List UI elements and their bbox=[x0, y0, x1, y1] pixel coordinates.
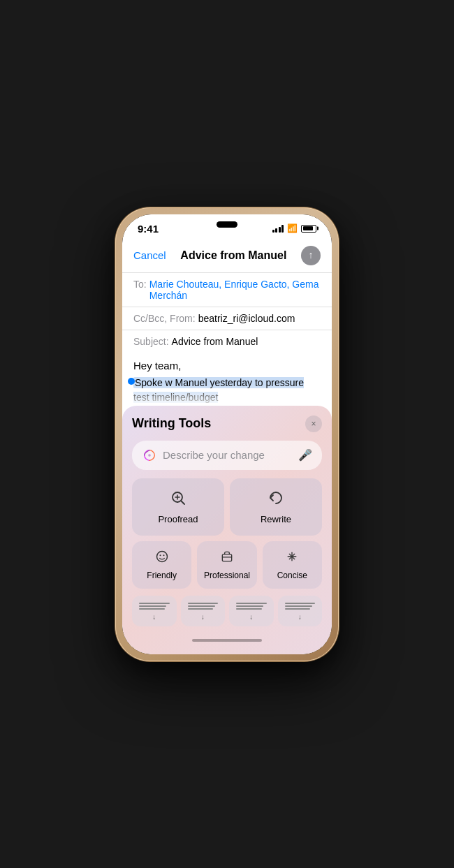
text-tool-arrow-4: ↓ bbox=[298, 613, 302, 621]
tools-grid-top: Proofread Rewrite bbox=[132, 478, 322, 536]
compose-header: Cancel Advice from Manuel ↑ bbox=[122, 239, 332, 273]
text-tool-card-4[interactable]: ↓ bbox=[278, 596, 323, 626]
text-tools-row: ↓ ↓ bbox=[132, 596, 322, 626]
dynamic-island bbox=[217, 221, 237, 228]
professional-icon bbox=[220, 550, 234, 567]
writing-tools-panel: Writing Tools × bbox=[122, 406, 332, 654]
signal-icon bbox=[272, 225, 284, 233]
text-tool-card-1[interactable]: ↓ bbox=[132, 596, 177, 626]
home-indicator bbox=[132, 633, 322, 647]
rewrite-label: Rewrite bbox=[261, 514, 291, 524]
concise-icon bbox=[285, 550, 299, 567]
screen: 9:41 📶 Cancel Advice from Manuel bbox=[122, 214, 332, 654]
phone-screen-container: 9:41 📶 Cancel Advice from Manuel bbox=[122, 214, 332, 654]
rewrite-button[interactable]: Rewrite bbox=[230, 478, 322, 536]
text-tool-arrow-2: ↓ bbox=[201, 613, 205, 621]
panel-title: Writing Tools bbox=[132, 416, 211, 431]
friendly-label: Friendly bbox=[147, 571, 177, 580]
selection-handle bbox=[128, 378, 135, 385]
svg-point-6 bbox=[156, 551, 167, 561]
concise-button[interactable]: Concise bbox=[263, 541, 322, 589]
email-body[interactable]: Hey team, Spoke w Manuel yesterday to pr… bbox=[122, 353, 332, 406]
cancel-button[interactable]: Cancel bbox=[133, 249, 166, 261]
cc-field[interactable]: Cc/Bcc, From: beatriz_ri@icloud.com bbox=[122, 307, 332, 330]
status-icons: 📶 bbox=[272, 223, 317, 233]
proofread-icon bbox=[170, 490, 186, 510]
send-button[interactable]: ↑ bbox=[301, 246, 321, 265]
concise-label: Concise bbox=[277, 571, 307, 580]
to-field[interactable]: To: Marie Chouteau, Enrique Gacto, Gema … bbox=[122, 273, 332, 307]
battery-icon bbox=[301, 225, 316, 233]
svg-line-3 bbox=[182, 501, 185, 504]
home-bar bbox=[192, 639, 262, 642]
compose-title: Advice from Manuel bbox=[180, 249, 286, 262]
svg-point-7 bbox=[159, 554, 161, 556]
text-lines-icon-4 bbox=[282, 601, 318, 611]
subject-label: Subject: bbox=[133, 336, 169, 347]
email-compose: Cancel Advice from Manuel ↑ To: Marie Ch… bbox=[122, 239, 332, 654]
to-value: Marie Chouteau, Enrique Gacto, Gema Merc… bbox=[149, 279, 321, 301]
svg-point-1 bbox=[148, 454, 151, 457]
phone-frame: 9:41 📶 Cancel Advice from Manuel bbox=[115, 207, 339, 661]
status-time: 9:41 bbox=[138, 223, 159, 235]
rewrite-icon bbox=[268, 490, 284, 510]
send-arrow-icon: ↑ bbox=[308, 250, 313, 260]
subject-value: Advice from Manuel bbox=[172, 336, 258, 347]
professional-button[interactable]: Professional bbox=[197, 541, 256, 589]
battery-fill bbox=[303, 226, 313, 230]
friendly-button[interactable]: Friendly bbox=[132, 541, 191, 589]
text-lines-icon-1 bbox=[136, 601, 173, 611]
close-icon: × bbox=[311, 419, 316, 429]
friendly-icon bbox=[155, 550, 169, 567]
svg-rect-9 bbox=[222, 554, 231, 561]
email-greeting: Hey team, bbox=[133, 360, 321, 372]
svg-point-8 bbox=[163, 554, 164, 556]
text-tool-arrow-1: ↓ bbox=[152, 613, 156, 621]
writing-tools-logo-icon bbox=[142, 448, 157, 463]
cc-label: Cc/Bcc, From: bbox=[133, 313, 196, 324]
text-lines-icon-3 bbox=[233, 601, 270, 611]
subject-field[interactable]: Subject: Advice from Manuel bbox=[122, 330, 332, 353]
text-tool-card-3[interactable]: ↓ bbox=[229, 596, 274, 626]
describe-input-wrapper[interactable]: Describe your change 🎤 bbox=[132, 441, 322, 470]
text-lines-icon-2 bbox=[185, 601, 221, 611]
proofread-label: Proofread bbox=[158, 514, 198, 524]
microphone-icon[interactable]: 🎤 bbox=[298, 448, 312, 462]
status-bar: 9:41 📶 bbox=[122, 214, 332, 239]
cc-value: beatriz_ri@icloud.com bbox=[198, 313, 295, 324]
text-tool-card-2[interactable]: ↓ bbox=[181, 596, 226, 626]
proofread-button[interactable]: Proofread bbox=[132, 478, 224, 536]
professional-label: Professional bbox=[204, 571, 250, 580]
to-label: To: bbox=[133, 279, 147, 290]
wifi-icon: 📶 bbox=[287, 223, 298, 233]
body-fade-overlay bbox=[122, 385, 332, 406]
close-button[interactable]: × bbox=[305, 415, 322, 432]
describe-input[interactable]: Describe your change bbox=[163, 449, 293, 461]
tools-grid-bottom: Friendly Professional bbox=[132, 541, 322, 589]
panel-header: Writing Tools × bbox=[132, 415, 322, 432]
text-tool-arrow-3: ↓ bbox=[249, 613, 253, 621]
